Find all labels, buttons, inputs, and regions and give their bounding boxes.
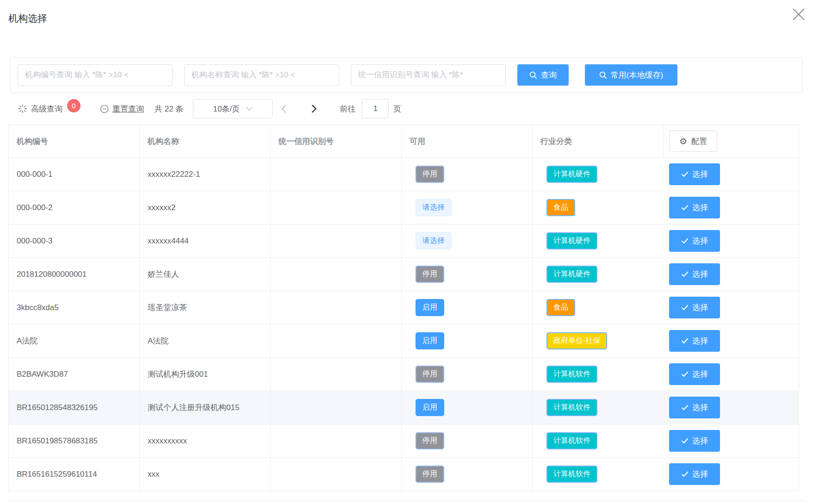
select-button[interactable]: 选择 <box>669 363 720 385</box>
org-name-search-input[interactable] <box>184 64 339 86</box>
cell-available: 停用 <box>402 458 533 491</box>
cell-available: 停用 <box>402 158 533 191</box>
header-credit-code: 统一信用识别号 <box>271 125 402 157</box>
cell-actions: 选择 <box>664 424 799 457</box>
cell-actions: 选择 <box>664 158 799 191</box>
cell-org-name: xxxxxx4444 <box>140 224 271 257</box>
check-icon <box>681 471 689 477</box>
filter-panel: 查询 常用(本地缓存) <box>10 57 803 93</box>
industry-badge[interactable]: 计算机软件 <box>546 366 597 383</box>
status-badge[interactable]: 启用 <box>416 332 444 349</box>
status-badge[interactable]: 启用 <box>416 399 444 416</box>
reset-query-button[interactable]: 重置查询 <box>100 104 144 114</box>
select-button[interactable]: 选择 <box>669 430 720 452</box>
industry-badge[interactable]: 计算机软件 <box>546 399 597 416</box>
industry-badge[interactable]: 计算机硬件 <box>546 232 597 249</box>
cell-org-code: 3kbcc8xda5 <box>9 291 140 324</box>
table-row: 000-000-3xxxxxx4444请选择计算机硬件选择 <box>9 224 799 258</box>
cell-org-code: A法院 <box>9 324 140 357</box>
cell-credit-code <box>271 191 402 224</box>
check-icon <box>681 305 689 311</box>
cell-credit-code <box>271 324 402 357</box>
table-row: A法院A法院启用政府单位-社保选择 <box>9 324 799 358</box>
select-button[interactable]: 选择 <box>669 397 720 418</box>
page-title: 机构选择 <box>8 12 47 25</box>
header-org-code: 机构编号 <box>9 125 140 157</box>
query-button[interactable]: 查询 <box>517 64 569 86</box>
cell-org-code: 2018120800000001 <box>9 258 140 291</box>
page-size-select[interactable]: 10条/页 <box>193 99 273 118</box>
cell-available: 请选择 <box>402 191 533 224</box>
org-select-dialog: 机构选择 查询 常用(本地缓存) 高级查询 0 <box>0 0 813 504</box>
chevron-down-icon <box>246 107 253 111</box>
common-cache-button[interactable]: 常用(本地缓存) <box>585 64 677 86</box>
close-button[interactable] <box>790 6 807 23</box>
select-button-label: 选择 <box>692 369 708 380</box>
check-icon <box>681 238 689 244</box>
cell-industry: 政府单位-社保 <box>533 324 664 357</box>
cell-industry: 计算机硬件 <box>533 258 664 291</box>
org-table: 机构编号 机构名称 统一信用识别号 可用 行业分类 ⚙ 配置 000-000-1… <box>8 124 799 491</box>
header-actions: ⚙ 配置 <box>664 125 799 157</box>
header-org-name: 机构名称 <box>140 125 271 157</box>
common-cache-button-label: 常用(本地缓存) <box>611 70 663 81</box>
industry-badge[interactable]: 计算机硬件 <box>546 266 597 283</box>
select-button-label: 选择 <box>692 402 708 413</box>
select-button[interactable]: 选择 <box>669 463 720 485</box>
industry-badge[interactable]: 食品 <box>546 299 575 316</box>
table-row: BR1651615259610114xxx停用计算机软件选择 <box>9 458 799 491</box>
table-row: B2BAWK3D87测试机构升级001停用计算机软件选择 <box>9 358 799 391</box>
cell-available: 启用 <box>402 291 533 324</box>
config-button[interactable]: ⚙ 配置 <box>669 131 717 152</box>
select-button[interactable]: 选择 <box>669 197 720 218</box>
cell-org-code: 000-000-1 <box>9 158 140 191</box>
cell-credit-code <box>271 358 402 391</box>
cell-org-name: xxxxxxxxxx <box>140 424 271 457</box>
select-button-label: 选择 <box>692 202 708 213</box>
cell-org-code: 000-000-2 <box>9 191 140 224</box>
industry-badge[interactable]: 计算机软件 <box>546 466 597 483</box>
select-button-label: 选择 <box>692 169 708 180</box>
advanced-query-button[interactable]: 高级查询 0 <box>18 102 81 116</box>
advanced-query-count-badge: 0 <box>67 99 81 112</box>
advanced-query-icon <box>18 104 27 113</box>
query-button-label: 查询 <box>541 70 557 81</box>
cell-industry: 计算机软件 <box>533 391 664 424</box>
status-badge[interactable]: 停用 <box>416 166 444 183</box>
status-badge[interactable]: 停用 <box>416 366 444 383</box>
credit-code-search-input[interactable] <box>351 64 506 86</box>
cell-org-name: 测试机构升级001 <box>140 358 271 391</box>
status-badge[interactable]: 请选择 <box>416 199 452 216</box>
status-badge[interactable]: 停用 <box>416 432 444 449</box>
check-icon <box>681 271 689 277</box>
cell-industry: 计算机硬件 <box>533 224 664 257</box>
prev-page-button[interactable] <box>275 99 292 118</box>
cell-credit-code <box>271 458 402 491</box>
status-badge[interactable]: 停用 <box>416 466 444 483</box>
table-row: 2018120800000001娇兰佳人停用计算机硬件选择 <box>9 258 799 291</box>
cell-actions: 选择 <box>664 458 799 491</box>
status-badge[interactable]: 启用 <box>416 299 444 316</box>
status-badge[interactable]: 停用 <box>416 266 444 283</box>
select-button-label: 选择 <box>692 469 708 479</box>
select-button[interactable]: 选择 <box>669 230 720 252</box>
cell-org-name: xxxxxx2 <box>140 191 271 224</box>
cell-available: 停用 <box>402 258 533 291</box>
industry-badge[interactable]: 计算机软件 <box>546 432 597 449</box>
select-button-label: 选择 <box>692 302 708 313</box>
select-button[interactable]: 选择 <box>669 297 720 318</box>
select-button[interactable]: 选择 <box>669 163 720 185</box>
industry-badge[interactable]: 政府单位-社保 <box>546 332 607 349</box>
cell-actions: 选择 <box>664 391 799 424</box>
status-badge[interactable]: 请选择 <box>416 232 452 249</box>
check-icon <box>681 205 689 211</box>
industry-badge[interactable]: 计算机硬件 <box>546 166 597 183</box>
cell-industry: 食品 <box>533 191 664 224</box>
table-header-row: 机构编号 机构名称 统一信用识别号 可用 行业分类 ⚙ 配置 <box>9 125 799 158</box>
next-page-button[interactable] <box>305 99 322 118</box>
goto-page-input[interactable] <box>362 99 389 118</box>
select-button[interactable]: 选择 <box>669 263 720 285</box>
industry-badge[interactable]: 食品 <box>546 199 575 216</box>
org-code-search-input[interactable] <box>18 64 173 86</box>
select-button[interactable]: 选择 <box>669 330 720 352</box>
